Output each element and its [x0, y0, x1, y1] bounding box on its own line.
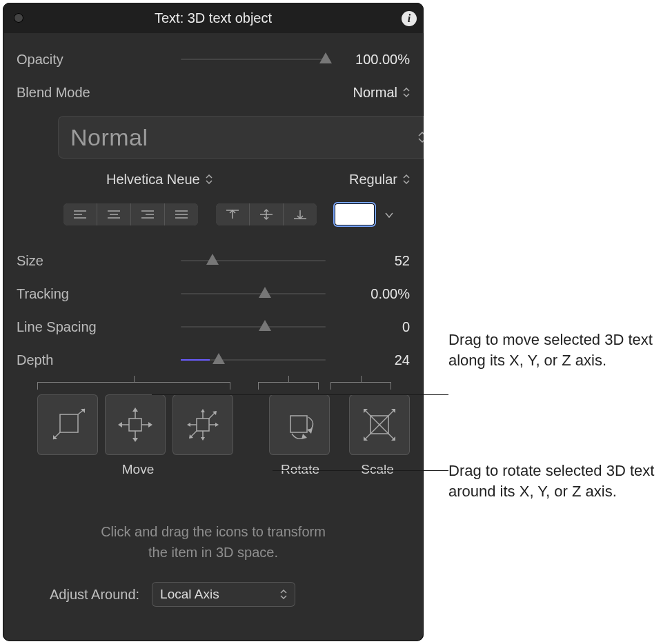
depth-slider[interactable]	[181, 353, 326, 367]
adjust-around-chevrons-icon	[280, 590, 287, 599]
size-value[interactable]: 52	[334, 253, 410, 269]
scale-label: Scale	[339, 462, 415, 477]
text-style-chevrons-icon	[418, 131, 424, 143]
svg-rect-18	[60, 414, 78, 432]
scale-tool[interactable]	[349, 394, 410, 455]
move-xy-icon	[112, 402, 158, 447]
svg-marker-29	[148, 422, 152, 427]
tool-labels: Move Rotate Scale	[37, 462, 424, 477]
svg-rect-41	[290, 416, 307, 432]
titlebar: Text: 3D text object i	[3, 3, 424, 33]
adjust-around-label: Adjust Around:	[50, 587, 139, 603]
font-weight-popup[interactable]: Regular	[349, 172, 410, 188]
font-weight-chevrons-icon	[403, 174, 410, 184]
opacity-row: Opacity 100.00%	[17, 43, 410, 76]
svg-line-49	[388, 410, 394, 416]
callout-rotate: Drag to rotate selected 3D text around i…	[448, 461, 669, 502]
adjust-around-row: Adjust Around: Local Axis	[17, 582, 410, 607]
rotate-icon	[277, 402, 322, 447]
bracket-move	[37, 382, 230, 390]
valign-bottom-button[interactable]	[284, 203, 317, 225]
text-inspector-panel: Text: 3D text object i Opacity 100.00% B…	[3, 3, 424, 641]
move-xyz-tool[interactable]	[172, 394, 233, 455]
blend-mode-value[interactable]: Normal	[353, 85, 397, 101]
tracking-label: Tracking	[17, 286, 120, 302]
panel-title: Text: 3D text object	[3, 10, 424, 26]
line-spacing-slider[interactable]	[181, 320, 326, 334]
svg-rect-21	[129, 419, 141, 431]
callout-move-text: Drag to move selected 3D text along its …	[448, 331, 653, 369]
svg-marker-42	[307, 428, 313, 434]
size-slider[interactable]	[181, 254, 326, 268]
opacity-label: Opacity	[17, 52, 120, 68]
font-family-popup[interactable]: Helvetica Neue	[106, 172, 213, 188]
tracking-row: Tracking 0.00%	[17, 277, 410, 310]
blend-mode-label: Blend Mode	[17, 85, 120, 101]
alignment-row	[17, 197, 410, 232]
transform-hint: Click and drag the icons to transform th…	[17, 521, 410, 563]
align-center-icon	[106, 209, 121, 220]
move-xy-tool[interactable]	[105, 394, 166, 455]
svg-rect-30	[197, 419, 209, 431]
valign-top-button[interactable]	[216, 203, 250, 225]
rotate-tool[interactable]	[269, 394, 330, 455]
svg-marker-32	[201, 409, 205, 412]
svg-line-53	[388, 434, 394, 439]
move-z-tool[interactable]	[37, 394, 98, 455]
depth-value[interactable]: 24	[334, 352, 410, 368]
adjust-around-value: Local Axis	[160, 587, 275, 602]
align-left-button[interactable]	[63, 203, 97, 225]
depth-row: Depth 24	[17, 343, 410, 376]
svg-marker-38	[215, 423, 219, 427]
tracking-slider[interactable]	[181, 287, 326, 301]
callout-rotate-text: Drag to rotate selected 3D text around i…	[448, 462, 654, 500]
align-right-button[interactable]	[131, 203, 165, 225]
align-center-button[interactable]	[97, 203, 131, 225]
font-row: Helvetica Neue Regular	[17, 165, 410, 193]
align-right-icon	[140, 209, 155, 220]
opacity-slider[interactable]	[181, 52, 326, 66]
adjust-around-popup[interactable]: Local Axis	[152, 582, 295, 607]
opacity-value[interactable]: 100.00%	[334, 52, 410, 68]
info-icon[interactable]: i	[402, 11, 417, 26]
horizontal-align-group	[63, 203, 198, 225]
font-family-chevrons-icon	[206, 174, 213, 184]
line-spacing-row: Line Spacing 0	[17, 310, 410, 343]
move-xyz-icon	[180, 402, 226, 447]
svg-marker-27	[118, 422, 122, 427]
align-justify-icon	[174, 209, 189, 220]
rotate-label: Rotate	[261, 462, 339, 477]
text-style-popup[interactable]: Normal	[58, 116, 424, 159]
line-spacing-label: Line Spacing	[17, 319, 120, 335]
bracket-rotate	[258, 382, 319, 390]
size-row: Size 52	[17, 244, 410, 277]
blend-mode-chevrons-icon[interactable]	[403, 88, 410, 97]
text-style-value: Normal	[70, 124, 413, 151]
bracket-scale	[330, 382, 391, 390]
svg-marker-43	[302, 434, 307, 439]
move-z-icon	[45, 402, 90, 447]
valign-bottom-icon	[293, 208, 308, 221]
tracking-value[interactable]: 0.00%	[334, 286, 410, 302]
panel-body: Opacity 100.00% Blend Mode Normal	[3, 33, 424, 621]
align-justify-button[interactable]	[165, 203, 198, 225]
valign-middle-button[interactable]	[250, 203, 284, 225]
transform-hint-line1: Click and drag the icons to transform	[17, 521, 410, 542]
font-weight-value: Regular	[349, 172, 397, 188]
svg-line-47	[365, 410, 370, 416]
callout-move-line	[152, 394, 448, 395]
size-label: Size	[17, 253, 120, 269]
svg-marker-36	[187, 423, 190, 427]
color-disclosure-icon[interactable]	[380, 208, 394, 222]
scale-icon	[357, 402, 402, 447]
valign-top-icon	[225, 208, 240, 221]
depth-label: Depth	[17, 352, 120, 368]
line-spacing-value[interactable]: 0	[334, 319, 410, 335]
vertical-align-group	[216, 203, 317, 225]
blend-mode-row: Blend Mode Normal	[17, 76, 410, 109]
text-color-swatch[interactable]	[335, 203, 375, 225]
svg-marker-34	[201, 437, 205, 441]
svg-marker-25	[132, 438, 138, 442]
callout-move: Drag to move selected 3D text along its …	[448, 330, 669, 371]
move-label: Move	[37, 462, 239, 477]
